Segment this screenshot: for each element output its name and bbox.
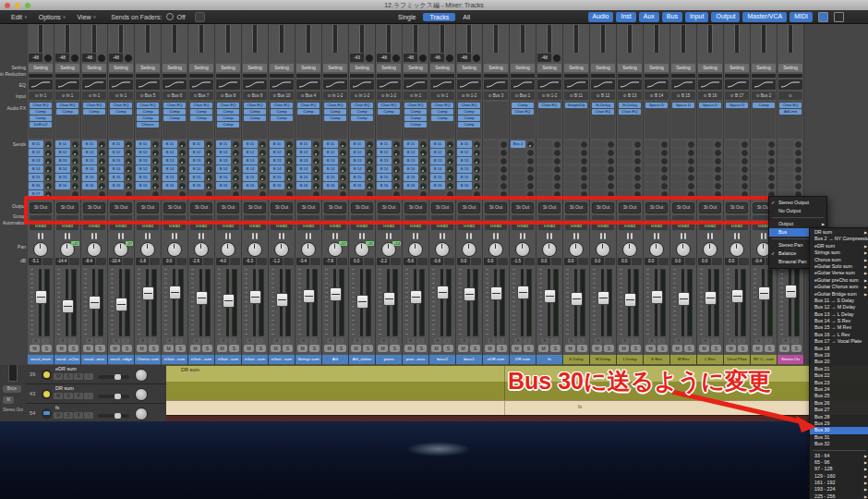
send-level-knob[interactable] bbox=[339, 165, 347, 174]
send-level-knob[interactable] bbox=[526, 149, 535, 157]
send-bus-label[interactable]: B 13 bbox=[350, 157, 365, 164]
send-slot[interactable] bbox=[484, 174, 508, 181]
input-monitor-button[interactable]: I bbox=[550, 338, 558, 344]
send-slot-empty[interactable] bbox=[591, 165, 606, 173]
send-level-knob[interactable] bbox=[259, 174, 267, 182]
send-level-knob[interactable] bbox=[526, 190, 535, 199]
send-level-knob[interactable] bbox=[205, 190, 213, 199]
send-level-knob[interactable] bbox=[312, 174, 320, 182]
send-slot-empty[interactable] bbox=[163, 190, 177, 198]
record-enable-button[interactable]: R bbox=[729, 338, 736, 344]
send-slot[interactable] bbox=[698, 174, 722, 181]
send-slot[interactable]: B 11 bbox=[350, 140, 374, 148]
send-level-knob[interactable] bbox=[392, 182, 401, 190]
output-slot[interactable]: St Out bbox=[110, 202, 132, 213]
mute-button[interactable]: M bbox=[190, 345, 200, 352]
send-slot[interactable] bbox=[511, 165, 535, 173]
output-slot[interactable]: St Out bbox=[324, 202, 346, 213]
bus-item-eguitar-verse-sum[interactable]: eGuitar Verse sum▶ bbox=[810, 270, 868, 276]
send-slot-empty[interactable] bbox=[511, 157, 525, 164]
send-level-knob[interactable] bbox=[205, 174, 213, 182]
send-level-knob[interactable] bbox=[419, 157, 428, 165]
send-bus-label[interactable]: B 11 bbox=[55, 140, 70, 148]
automation-mode-button[interactable]: Read bbox=[565, 222, 587, 230]
send-slot[interactable] bbox=[511, 149, 535, 156]
send-slot[interactable]: B 14 bbox=[136, 165, 160, 173]
send-slot-empty[interactable] bbox=[698, 149, 713, 156]
send-slot-empty[interactable] bbox=[698, 182, 713, 189]
send-slot-empty[interactable] bbox=[484, 190, 499, 198]
eq-thumbnail[interactable] bbox=[698, 79, 722, 90]
output-slot[interactable]: St Out bbox=[137, 202, 159, 213]
send-slot-empty[interactable] bbox=[404, 190, 418, 198]
send-level-knob[interactable] bbox=[446, 182, 454, 190]
mute-button[interactable]: M bbox=[163, 345, 174, 352]
automation-mode-button[interactable]: Read bbox=[512, 222, 534, 230]
send-level-knob[interactable] bbox=[44, 140, 53, 149]
setting-button[interactable]: Setting bbox=[270, 64, 294, 72]
automation-mode-button[interactable]: Read bbox=[110, 222, 132, 230]
send-level-knob[interactable] bbox=[312, 149, 320, 157]
send-slot[interactable] bbox=[564, 174, 588, 181]
solo-button[interactable]: S bbox=[149, 345, 159, 352]
send-slot[interactable]: B 16 bbox=[163, 182, 187, 189]
send-slot-empty[interactable] bbox=[618, 157, 633, 164]
send-slot[interactable]: B 12 bbox=[377, 149, 401, 156]
send-bus-label[interactable]: B 12 bbox=[350, 149, 365, 156]
send-level-knob[interactable] bbox=[71, 190, 79, 199]
track-name[interactable]: eGuit...sum bbox=[188, 355, 214, 364]
send-slot[interactable] bbox=[618, 165, 642, 173]
record-enable-button[interactable]: R bbox=[74, 373, 83, 380]
automation-mode-button[interactable]: Read bbox=[297, 222, 319, 230]
solo-button[interactable]: S bbox=[68, 345, 78, 352]
send-slot[interactable] bbox=[591, 190, 615, 198]
send-level-knob[interactable] bbox=[98, 165, 106, 174]
send-slot[interactable]: B 12 bbox=[350, 149, 374, 156]
send-level-knob[interactable] bbox=[312, 165, 320, 174]
send-slot[interactable] bbox=[618, 190, 642, 198]
send-bus-label[interactable]: B 14 bbox=[243, 165, 258, 173]
send-slot[interactable]: B 15 bbox=[55, 174, 79, 181]
filter-button-midi[interactable]: MIDI bbox=[790, 12, 813, 22]
solo-button[interactable]: S bbox=[64, 412, 73, 419]
pan-knob[interactable] bbox=[221, 242, 235, 257]
fader-cap[interactable] bbox=[115, 298, 127, 311]
send-slot-empty[interactable] bbox=[671, 157, 686, 164]
gain-knob-icon[interactable] bbox=[43, 54, 53, 63]
automation-mode-button[interactable]: Read bbox=[324, 222, 346, 230]
send-slot-empty[interactable] bbox=[778, 140, 793, 148]
send-slot-empty[interactable] bbox=[618, 182, 633, 189]
group-slot[interactable] bbox=[726, 215, 748, 220]
send-slot[interactable] bbox=[591, 174, 615, 181]
send-level-knob[interactable] bbox=[419, 190, 428, 199]
mute-button[interactable]: M bbox=[54, 393, 63, 399]
menu-item-no-output[interactable]: No Output bbox=[769, 207, 826, 215]
send-slot-empty[interactable] bbox=[82, 190, 97, 198]
send-level-knob[interactable] bbox=[580, 190, 588, 199]
send-level-knob[interactable] bbox=[446, 190, 454, 199]
group-slot[interactable] bbox=[137, 215, 159, 220]
send-bus-label[interactable]: B 14 bbox=[430, 165, 445, 173]
fx-plugin-slot[interactable]: Comp bbox=[56, 109, 78, 115]
solo-button[interactable]: S bbox=[64, 393, 73, 399]
send-slot-empty[interactable] bbox=[725, 190, 740, 198]
record-enable-button[interactable]: R bbox=[32, 338, 40, 344]
setting-button[interactable]: Setting bbox=[216, 64, 240, 72]
send-slot[interactable] bbox=[537, 140, 561, 148]
track-volume-slider[interactable] bbox=[98, 414, 129, 418]
track-name[interactable]: piano bbox=[376, 355, 402, 364]
fader-cap[interactable] bbox=[544, 289, 556, 303]
input-monitor-button[interactable]: I bbox=[256, 338, 263, 344]
send-level-knob[interactable] bbox=[580, 157, 588, 165]
inspector-mute-button[interactable]: M bbox=[3, 396, 14, 404]
record-enable-button[interactable]: R bbox=[702, 338, 709, 344]
fader-cap[interactable] bbox=[678, 292, 690, 306]
automation-mode-button[interactable]: Read bbox=[619, 222, 641, 230]
send-level-knob[interactable] bbox=[232, 140, 240, 149]
mute-button[interactable]: M bbox=[431, 345, 441, 352]
mute-button[interactable]: M bbox=[351, 345, 361, 352]
pan-knob[interactable] bbox=[167, 242, 182, 257]
send-level-knob[interactable] bbox=[794, 157, 802, 165]
send-bus-label[interactable]: B 16 bbox=[243, 182, 258, 189]
bus-item-bus-23[interactable]: Bus 23 bbox=[810, 380, 868, 386]
